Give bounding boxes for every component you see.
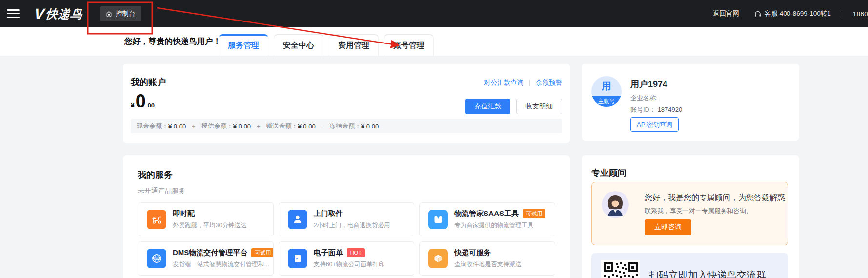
service-name: DMS物流交付管理平台 xyxy=(173,248,247,257)
service-desc: 查询收件地是否支持派送 xyxy=(454,260,522,269)
user-phone: 1860 xyxy=(853,10,868,18)
greeting-text: 您好，尊贵的快递鸟用户！ xyxy=(124,36,221,47)
operator: + xyxy=(192,123,196,130)
subheader: 您好，尊贵的快递鸟用户！ 服务管理 安全中心 费用管理 账号管理 xyxy=(0,27,868,56)
operator: + xyxy=(257,123,261,130)
account-card: 我的账户 对公汇款查询 余额预警 ¥ 0 .00 充值汇款 收支明细 现金余额：… xyxy=(123,64,570,143)
tab-account-management[interactable]: 账号管理 xyxy=(384,34,434,56)
package-icon xyxy=(428,249,448,268)
waybill-icon xyxy=(288,249,307,268)
service-desc: 2小时上门，电商退换货必用 xyxy=(314,221,390,230)
suit-icon xyxy=(428,210,448,229)
account-buttons: 充值汇款 收支明细 xyxy=(465,99,562,114)
service-card-instant-delivery[interactable]: 即时配 外卖跑腿，平均30分钟送达 xyxy=(138,202,274,236)
console-button[interactable]: 控制台 xyxy=(100,6,141,21)
advisor-subtext: 联系我，享受一对一专属服务和咨询。 xyxy=(645,207,752,215)
service-card-text: 电子面单 HOT 支持60+物流公司面单打印 xyxy=(314,248,385,269)
gift-amount-value: ¥ 0.00 xyxy=(298,123,316,130)
account-id-row: 账号ID： 1874920 xyxy=(630,106,682,114)
credit-balance-label: 授信余额： xyxy=(202,122,233,130)
logo-v-mark: V xyxy=(33,5,44,23)
back-to-site-link[interactable]: 返回官网 xyxy=(713,9,739,18)
tab-bar: 服务管理 安全中心 费用管理 账号管理 xyxy=(219,34,434,56)
advisor-photo xyxy=(602,191,629,218)
qr-caption: 扫码立即加入快递鸟交流群 xyxy=(649,269,766,278)
service-card-text: 物流管家SAAS工具 可试用 专为商家提供的物流管理工具 xyxy=(454,209,545,230)
operator: - xyxy=(322,123,323,130)
service-card-serviceability[interactable]: 快递可服务 查询收件地是否支持派送 xyxy=(419,241,555,276)
service-name: 物流管家SAAS工具 xyxy=(454,209,519,218)
main-account-badge: 主账号 xyxy=(591,96,622,107)
avatar: 用 主账号 xyxy=(591,76,622,107)
user-name: 用户1974 xyxy=(630,78,667,90)
advisor-card: 专业顾问 您好，我是您的专属顾问，为您答疑解惑 联系我，享受一对一专属服务和咨询… xyxy=(582,155,799,278)
account-title: 我的账户 xyxy=(131,76,166,88)
services-title: 我的服务 xyxy=(138,169,173,181)
gift-amount-label: 赠送金额： xyxy=(266,122,298,130)
frozen-amount-value: ¥ 0.00 xyxy=(361,123,379,130)
qr-code xyxy=(601,260,640,278)
logo-text: 快递鸟 xyxy=(45,6,83,22)
console-page: V 快递鸟 控制台 返回官网 客服 400-8699-100转1 1860 xyxy=(0,0,868,278)
income-expense-button[interactable]: 收支明细 xyxy=(516,99,562,114)
balance-integer: 0 xyxy=(136,92,146,110)
service-desc: 支持60+物流公司面单打印 xyxy=(314,260,385,269)
logo[interactable]: V 快递鸟 xyxy=(34,5,82,23)
console-label: 控制台 xyxy=(116,9,136,18)
account-id-label: 账号ID： xyxy=(630,106,656,113)
cash-balance-value: ¥ 0.00 xyxy=(168,123,186,130)
person-icon xyxy=(288,210,307,229)
service-card-dms-platform[interactable]: DMS DMS物流交付管理平台 可试用 发货端一站式智慧物流交付管理和... xyxy=(138,241,274,276)
service-card-pickup[interactable]: 上门取件 2小时上门，电商退换货必用 xyxy=(279,202,415,236)
account-links: 对公汇款查询 余额预警 xyxy=(484,78,562,87)
advisor-title: 专业顾问 xyxy=(591,167,626,179)
headset-icon xyxy=(754,10,762,18)
services-subtitle: 未开通产品服务 xyxy=(138,187,185,195)
service-name: 即时配 xyxy=(173,209,195,218)
service-desc: 发货端一站式智慧物流交付管理和... xyxy=(173,260,273,269)
service-name: 上门取件 xyxy=(314,209,343,218)
services-grid: 即时配 外卖跑腿，平均30分钟送达 上门取件 2小时上门，电商退换货必用 xyxy=(138,202,555,276)
advisor-greeting: 您好，我是您的专属顾问，为您答疑解惑 xyxy=(645,193,785,203)
tab-security-center[interactable]: 安全中心 xyxy=(274,34,323,56)
service-card-text: 上门取件 2小时上门，电商退换货必用 xyxy=(314,209,390,230)
balance-decimal: .00 xyxy=(146,102,155,109)
public-remittance-link[interactable]: 对公汇款查询 xyxy=(484,78,524,87)
balance-alert-link[interactable]: 余额预警 xyxy=(536,78,562,87)
service-card-saas-tool[interactable]: 物流管家SAAS工具 可试用 专为商家提供的物流管理工具 xyxy=(419,202,555,236)
tab-service-management[interactable]: 服务管理 xyxy=(219,34,268,56)
service-desc: 专为商家提供的物流管理工具 xyxy=(454,221,545,230)
cash-balance-label: 现金余额： xyxy=(137,122,168,130)
credit-balance-value: ¥ 0.00 xyxy=(233,123,251,130)
service-card-text: 即时配 外卖跑腿，平均30分钟送达 xyxy=(173,209,246,230)
scooter-icon xyxy=(147,210,166,229)
service-phone-label: 客服 400-8699-100转1 xyxy=(765,9,831,18)
service-card-text: DMS物流交付管理平台 可试用 发货端一站式智慧物流交付管理和... xyxy=(173,248,273,269)
home-icon xyxy=(105,10,113,18)
trial-badge: 可试用 xyxy=(523,209,545,218)
consult-now-button[interactable]: 立即咨询 xyxy=(645,219,691,235)
customer-service[interactable]: 客服 400-8699-100转1 xyxy=(754,9,831,18)
frozen-amount-label: 冻结金额： xyxy=(329,122,361,130)
currency-symbol: ¥ xyxy=(131,101,135,109)
avatar-initial: 用 xyxy=(591,80,622,93)
trial-badge: 可试用 xyxy=(251,248,273,257)
topbar: V 快递鸟 控制台 返回官网 客服 400-8699-100转1 1860 xyxy=(0,0,868,27)
topbar-divider xyxy=(842,10,842,17)
service-card-text: 快递可服务 查询收件地是否支持派送 xyxy=(454,248,522,269)
service-desc: 外卖跑腿，平均30分钟送达 xyxy=(173,221,246,230)
service-name: 快递可服务 xyxy=(454,248,491,257)
service-card-e-waybill[interactable]: 电子面单 HOT 支持60+物流公司面单打印 xyxy=(279,241,415,276)
user-card: 用 主账号 用户1974 企业名称: 账号ID： 1874920 API密钥查询 xyxy=(582,64,799,141)
recharge-button[interactable]: 充值汇款 xyxy=(465,99,510,114)
menu-icon[interactable] xyxy=(7,9,20,19)
service-name: 电子面单 xyxy=(314,248,343,257)
hot-badge: HOT xyxy=(347,248,365,257)
tab-fee-management[interactable]: 费用管理 xyxy=(329,34,379,56)
account-balance: ¥ 0 .00 xyxy=(131,92,155,110)
advisor-panel: 您好，我是您的专属顾问，为您答疑解惑 联系我，享受一对一专属服务和咨询。 立即咨… xyxy=(591,182,788,245)
api-key-button[interactable]: API密钥查询 xyxy=(630,117,679,132)
company-name-label: 企业名称: xyxy=(630,94,658,103)
link-divider xyxy=(529,80,530,86)
account-id-value: 1874920 xyxy=(658,106,683,113)
